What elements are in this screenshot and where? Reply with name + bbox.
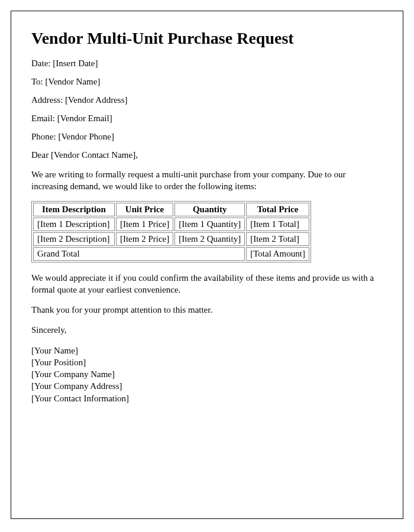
grand-total-value: [Total Amount] [246, 247, 309, 261]
address-value: [Vendor Address] [65, 95, 127, 105]
date-value: [Insert Date] [53, 59, 98, 68]
email-line: Email: [Vendor Email] [31, 113, 383, 124]
cell-qty: [Item 2 Quantity] [174, 232, 245, 246]
address-line: Address: [Vendor Address] [31, 95, 383, 105]
col-desc: Item Description [33, 203, 115, 216]
salutation: Dear [Vendor Contact Name], [31, 150, 383, 160]
sig-address: [Your Company Address] [31, 380, 383, 392]
cell-unit: [Item 2 Price] [116, 232, 173, 246]
to-value: [Vendor Name] [46, 77, 101, 86]
cell-total: [Item 1 Total] [246, 218, 309, 231]
cell-total: [Item 2 Total] [246, 232, 309, 246]
table-row: [Item 1 Description] [Item 1 Price] [Ite… [33, 218, 309, 231]
cell-desc: [Item 2 Description] [33, 232, 115, 246]
email-label: Email: [31, 113, 55, 123]
items-table: Item Description Unit Price Quantity Tot… [31, 201, 311, 262]
email-value: [Vendor Email] [57, 113, 112, 123]
col-unit: Unit Price [116, 203, 173, 216]
date-label: Date: [31, 59, 50, 68]
table-header-row: Item Description Unit Price Quantity Tot… [33, 203, 309, 216]
document-page: Vendor Multi-Unit Purchase Request Date:… [11, 11, 403, 519]
col-total: Total Price [246, 203, 309, 216]
to-line: To: [Vendor Name] [31, 77, 383, 87]
date-line: Date: [Insert Date] [31, 59, 383, 69]
grand-total-row: Grand Total [Total Amount] [33, 247, 309, 261]
signature-block: [Your Name] [Your Position] [Your Compan… [31, 345, 383, 404]
cell-unit: [Item 1 Price] [116, 218, 173, 231]
page-title: Vendor Multi-Unit Purchase Request [31, 29, 383, 48]
sig-name: [Your Name] [31, 345, 383, 356]
phone-line: Phone: [Vendor Phone] [31, 132, 383, 142]
address-label: Address: [31, 95, 63, 105]
grand-total-label: Grand Total [33, 247, 245, 261]
sig-position: [Your Position] [31, 356, 383, 368]
to-label: To: [31, 77, 43, 86]
followup-paragraph: We would appreciate it if you could conf… [31, 272, 383, 296]
phone-label: Phone: [31, 132, 56, 141]
phone-value: [Vendor Phone] [58, 132, 114, 141]
intro-paragraph: We are writing to formally request a mul… [31, 168, 383, 193]
sig-company: [Your Company Name] [31, 368, 383, 380]
col-qty: Quantity [174, 203, 245, 216]
table-row: [Item 2 Description] [Item 2 Price] [Ite… [33, 232, 309, 246]
thanks-paragraph: Thank you for your prompt attention to t… [31, 304, 383, 316]
sig-contact: [Your Contact Information] [31, 392, 383, 404]
cell-desc: [Item 1 Description] [33, 218, 115, 231]
cell-qty: [Item 1 Quantity] [174, 218, 245, 231]
closing: Sincerely, [31, 324, 383, 336]
